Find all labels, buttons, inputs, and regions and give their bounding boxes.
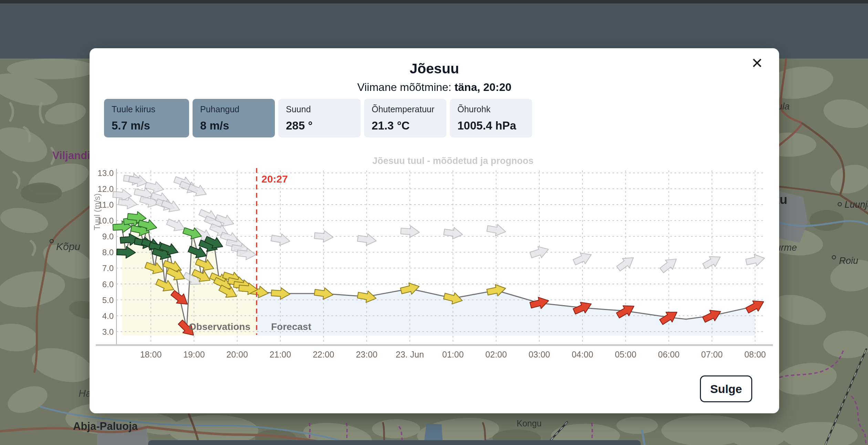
svg-text:Kõpu: Kõpu [56,241,80,252]
svg-text:01:00: 01:00 [442,350,464,359]
card--hurohk[interactable]: Õhurohk1005.4 hPa [450,99,532,137]
card-value: 21.3 °C [372,119,446,132]
svg-text:4.0: 4.0 [102,311,114,321]
svg-text:9.0: 9.0 [102,232,114,241]
svg-text:8.0: 8.0 [102,248,114,257]
svg-text:Abja-Paluoja: Abja-Paluoja [73,420,138,432]
svg-text:Roiu: Roiu [839,256,858,266]
svg-text:Forecast: Forecast [271,321,311,332]
svg-text:23:00: 23:00 [356,350,378,359]
card-value: 8 m/s [200,119,275,132]
card-puhangud[interactable]: Puhangud8 m/s [193,99,275,137]
station-title: Jõesuu [90,61,779,77]
svg-text:05:00: 05:00 [615,350,637,359]
svg-text:21:00: 21:00 [270,350,291,359]
svg-text:6.0: 6.0 [102,280,114,289]
svg-text:3.0: 3.0 [102,327,114,337]
browser-top-strip [0,0,868,3]
svg-text:Luunja: Luunja [845,199,868,210]
wind-chart: 3.04.05.06.07.08.09.010.011.012.013.018:… [90,155,779,379]
svg-text:Observations: Observations [189,321,250,332]
svg-text:22:00: 22:00 [313,350,334,359]
svg-text:13.0: 13.0 [97,168,114,178]
last-measurement-prefix: Viimane mõõtmine: [357,81,454,93]
svg-text:23. Jun: 23. Jun [396,350,424,359]
card-label: Tuule kiirus [112,104,189,114]
svg-text:20:00: 20:00 [226,350,248,359]
card-label: Suund [286,104,361,114]
svg-text:7.0: 7.0 [102,263,114,273]
close-button[interactable]: Sulge [700,375,752,402]
svg-text:03:00: 03:00 [528,350,550,359]
station-modal: ✕ Jõesuu Viimane mõõtmine: täna, 20:20 T… [90,48,779,413]
svg-text:20:27: 20:27 [261,173,288,185]
bottom-sheet-edge [148,440,641,445]
card--hutemperatuur[interactable]: Õhutemperatuur21.3 °C [364,99,446,137]
svg-text:19:00: 19:00 [183,350,205,359]
card-tuule-kiirus[interactable]: Tuule kiirus5.7 m/s [104,99,189,137]
svg-text:12.0: 12.0 [97,184,114,194]
svg-text:06:00: 06:00 [658,350,680,359]
svg-text:Jõesuu tuul - mõõdetud ja prog: Jõesuu tuul - mõõdetud ja prognoos [372,156,534,166]
card-label: Õhurohk [457,104,532,114]
card-value: 1005.4 hPa [457,119,532,132]
svg-text:04:00: 04:00 [572,350,593,359]
svg-text:02:00: 02:00 [485,350,507,359]
svg-text:08:00: 08:00 [744,350,766,359]
svg-text:Kongu: Kongu [517,418,541,428]
card-value: 285 ° [286,119,361,132]
measurement-cards: Tuule kiirus5.7 m/sPuhangud8 m/sSuund285… [104,99,532,137]
svg-text:18:00: 18:00 [140,350,162,359]
close-icon[interactable]: ✕ [747,54,767,73]
card-suund[interactable]: Suund285 ° [278,99,361,137]
card-label: Õhutemperatuur [372,104,446,114]
card-label: Puhangud [200,104,275,114]
svg-text:07:00: 07:00 [701,350,723,359]
svg-text:Tuul (m/s): Tuul (m/s) [92,193,102,230]
last-measurement-time: täna, 20:20 [454,81,511,93]
last-measurement-text: Viimane mõõtmine: täna, 20:20 [90,81,779,94]
card-value: 5.7 m/s [112,119,189,132]
svg-text:5.0: 5.0 [102,296,114,305]
